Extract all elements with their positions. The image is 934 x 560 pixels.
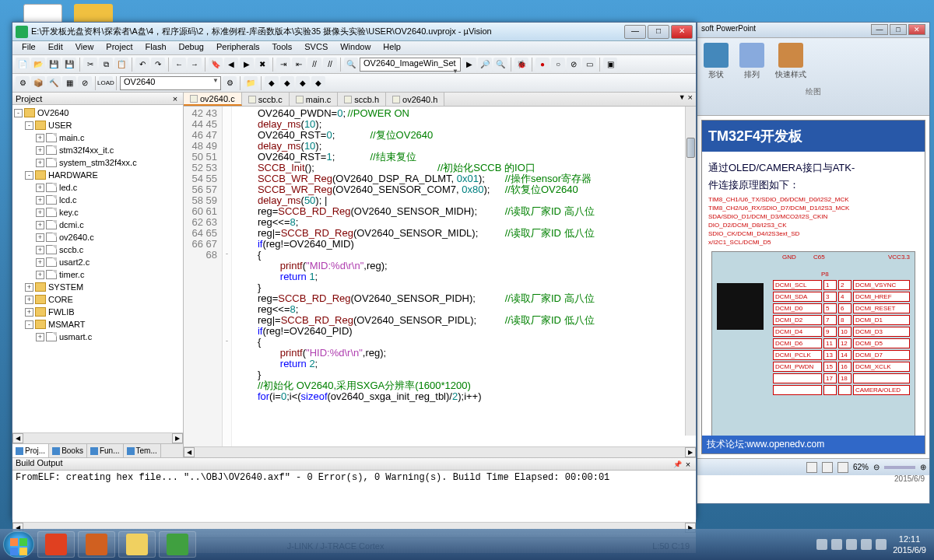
tb-cut-icon[interactable]: ✂ <box>83 58 97 72</box>
menu-tools[interactable]: Tools <box>266 41 299 54</box>
project-tab-3[interactable]: Tem... <box>124 444 161 457</box>
scroll-left-icon[interactable]: ◀ <box>12 433 23 443</box>
tb-undo-icon[interactable]: ↶ <box>135 58 149 72</box>
tb-bpdisable-icon[interactable]: ○ <box>551 58 565 72</box>
keil-max-button[interactable]: □ <box>648 25 669 39</box>
tree-file-system_stm32f4xx-c[interactable]: +system_stm32f4xx.c <box>14 156 181 169</box>
tb-targetopt-icon[interactable]: ⚙ <box>223 76 237 90</box>
tb-manage4-icon[interactable]: ◆ <box>311 76 325 90</box>
project-panel-header[interactable]: Project × <box>12 93 183 105</box>
tb-manage3-icon[interactable]: ◆ <box>296 76 310 90</box>
tree-expander[interactable]: + <box>36 258 44 267</box>
project-tab-2[interactable]: Fun... <box>87 444 124 457</box>
editor-tab-main-c[interactable]: main.c <box>290 93 338 106</box>
tb-navback-icon[interactable]: ← <box>172 58 186 72</box>
tree-expander[interactable]: + <box>25 308 33 317</box>
tb-rebuild-icon[interactable]: 🔨 <box>47 76 61 90</box>
tree-expander[interactable]: - <box>25 121 33 130</box>
ppt-slide[interactable]: TM32F4开发板 通过OLED/CAMERA接口与ATK- 件连接原理图如下：… <box>701 120 925 454</box>
tree-expander[interactable]: + <box>36 208 44 217</box>
tree-file-stm32f4xx_it-c[interactable]: +stm32f4xx_it.c <box>14 144 181 156</box>
tb-save-icon[interactable]: 💾 <box>47 58 61 72</box>
tree-file-ov2640-c[interactable]: +ov2640.c <box>14 231 181 243</box>
tree-group-system[interactable]: +SYSTEM <box>14 281 181 293</box>
tb-comment-icon[interactable]: // <box>307 58 321 72</box>
taskbar-item-explorer[interactable] <box>118 531 156 558</box>
ppt-ribbon-shape[interactable]: 形状 <box>704 43 729 80</box>
ppt-zoom-slider[interactable] <box>884 466 915 469</box>
tree-file-usmart-c[interactable]: +usmart.c <box>14 331 181 343</box>
tree-group-fwlib[interactable]: +FWLIB <box>14 306 181 318</box>
editor-tab-ov2640-h[interactable]: ov2640.h <box>386 93 444 106</box>
fold-gutter[interactable]: -- <box>223 107 232 446</box>
tb-download-icon[interactable]: LOAD <box>99 76 113 90</box>
ppt-min-button[interactable]: — <box>871 24 888 35</box>
tree-file-main-c[interactable]: +main.c <box>14 131 181 144</box>
tb-indent-icon[interactable]: ⇥ <box>276 58 290 72</box>
menu-window[interactable]: Window <box>334 41 377 54</box>
keil-titlebar[interactable]: E:\开发板光盘资料\探索者\A盘\4，程序源码\2，标准例程-库函数版本\实验… <box>12 23 696 41</box>
menu-debug[interactable]: Debug <box>173 41 210 54</box>
tree-file-timer-c[interactable]: +timer.c <box>14 268 181 281</box>
tree-expander[interactable]: + <box>36 134 44 142</box>
tb-bookmark-next-icon[interactable]: ▶ <box>240 58 254 72</box>
tb-filemanage-icon[interactable]: 📁 <box>244 76 258 90</box>
editor-tab-dropdown-icon[interactable]: ▼ <box>679 93 686 101</box>
ppt-zoom-out[interactable]: ⊖ <box>873 463 880 471</box>
tb-manage1-icon[interactable]: ◆ <box>265 76 279 90</box>
keil-close-button[interactable]: ✕ <box>671 25 693 39</box>
project-panel-close-icon[interactable]: × <box>170 94 180 103</box>
tree-file-usart2-c[interactable]: +usart2.c <box>14 256 181 268</box>
tree-group-core[interactable]: +CORE <box>14 293 181 306</box>
tb-target-combo[interactable]: OV2640 <box>120 76 221 90</box>
tray-network-icon[interactable] <box>846 539 857 550</box>
tb-batch-icon[interactable]: ▦ <box>62 76 76 90</box>
menu-view[interactable]: View <box>69 41 100 54</box>
tb-window-icon[interactable]: ▣ <box>603 58 617 72</box>
ppt-view-normal[interactable] <box>806 462 817 473</box>
tb-outdent-icon[interactable]: ⇤ <box>292 58 306 72</box>
tree-expander[interactable]: + <box>36 271 44 279</box>
taskbar-clock[interactable]: 12:11 2015/6/9 <box>893 534 926 555</box>
tray-flag-icon[interactable] <box>831 539 842 550</box>
taskbar-item-ppt[interactable] <box>78 531 115 558</box>
editor-tab-sccb-c[interactable]: sccb.c <box>242 93 290 106</box>
tree-group-hardware[interactable]: -HARDWARE <box>14 169 181 181</box>
ppt-view-show[interactable] <box>837 462 848 473</box>
ppt-view-sorter[interactable] <box>822 462 833 473</box>
tb-uncomment-icon[interactable]: // <box>323 58 337 72</box>
tree-expander[interactable]: - <box>25 171 33 180</box>
menu-peripherals[interactable]: Peripherals <box>210 41 266 54</box>
tb-findnext-icon[interactable]: ▶ <box>462 58 476 72</box>
tree-file-dcmi-c[interactable]: +dcmi.c <box>14 219 181 231</box>
tree-expander[interactable]: + <box>36 233 44 242</box>
editor-vscroll[interactable] <box>685 107 696 436</box>
build-output-text[interactable]: FromELF: creating hex file... "..\OBJ\OV… <box>12 471 696 522</box>
project-tab-0[interactable]: Proj... <box>12 444 49 457</box>
tree-target[interactable]: -OV2640 <box>14 107 181 119</box>
editor-tab-close-icon[interactable]: × <box>688 93 693 102</box>
tree-file-led-c[interactable]: +led.c <box>14 181 181 194</box>
tree-expander[interactable]: + <box>36 184 44 192</box>
tree-expander[interactable]: + <box>36 159 44 167</box>
ppt-zoom-in[interactable]: ⊕ <box>920 463 926 471</box>
editor-tab-ov2640-c[interactable]: ov2640.c <box>184 93 242 106</box>
menu-project[interactable]: Project <box>100 41 139 54</box>
ppt-ribbon-arrange[interactable]: 排列 <box>739 43 764 80</box>
project-tree[interactable]: -OV2640-USER+main.c+stm32f4xx_it.c+syste… <box>12 105 183 432</box>
keil-min-button[interactable]: — <box>624 25 646 39</box>
tb-saveall-icon[interactable]: 💾 <box>62 58 76 72</box>
tb-copy-icon[interactable]: ⧉ <box>99 58 113 72</box>
tree-file-key-c[interactable]: +key.c <box>14 206 181 219</box>
start-button[interactable] <box>3 531 34 558</box>
tree-expander[interactable]: + <box>25 296 33 304</box>
tb-open-icon[interactable]: 📂 <box>31 58 45 72</box>
tb-build-icon[interactable]: 📦 <box>31 76 45 90</box>
build-output-header[interactable]: Build Output 📌 × <box>12 458 696 471</box>
ppt-ribbon-quickstyle[interactable]: 快速样式 <box>775 43 806 80</box>
tb-manage2-icon[interactable]: ◆ <box>280 76 294 90</box>
tb-bpkill-icon[interactable]: ⊘ <box>567 58 581 72</box>
project-tab-1[interactable]: Books <box>49 444 87 457</box>
tree-expander[interactable]: + <box>36 196 44 205</box>
tree-file-sccb-c[interactable]: +sccb.c <box>14 243 181 256</box>
